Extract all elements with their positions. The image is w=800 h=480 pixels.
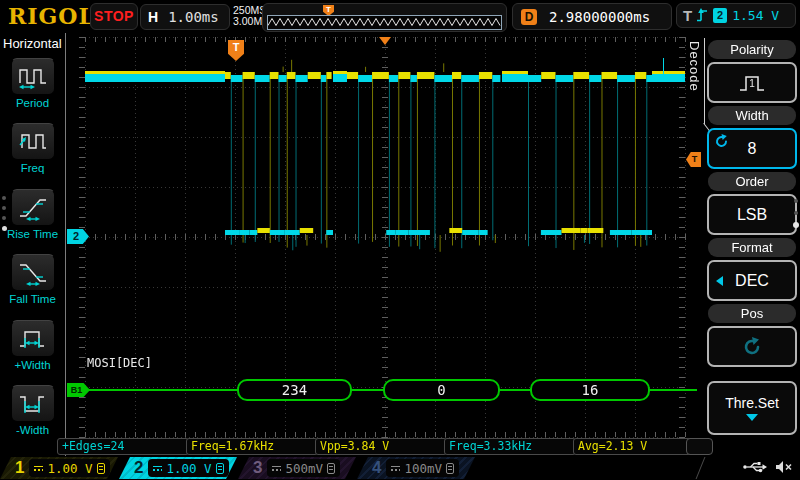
menu-item-fall-time[interactable]: Fall Time <box>0 254 65 305</box>
channel-number: 3 <box>253 458 262 478</box>
h-label: H <box>148 9 158 25</box>
trigger-level-value: 1.54 V <box>732 8 779 23</box>
waveform-display <box>0 0 800 480</box>
flag-t-label: T <box>326 5 331 14</box>
delay-value: 2.98000000ms <box>549 9 650 25</box>
channel4-indicator[interactable]: 4 100mV <box>357 457 475 479</box>
menu-item-plus-width[interactable]: +Width <box>0 320 65 371</box>
menu-item-freq[interactable]: Freq <box>0 123 65 174</box>
down-triangle-icon <box>746 414 758 421</box>
channel-status-bar: 1 1.00 V 2 1.00 V 3 500mV 4 <box>0 456 800 480</box>
trigger-source-badge: 2 <box>713 8 727 23</box>
positive-pulse-icon: 1 <box>737 73 767 93</box>
format-value: DEC <box>735 272 769 290</box>
channel-scale-value: 1.00 V <box>166 461 211 476</box>
page-dot <box>794 199 798 203</box>
page-dot <box>794 211 798 215</box>
measurement-vpp[interactable]: Vpp=3.84 V <box>315 438 447 455</box>
page-dot <box>2 216 6 220</box>
page-dot-active <box>2 226 7 231</box>
trigger-info-box[interactable]: T 2 1.54 V <box>676 3 796 28</box>
fall-time-icon <box>18 260 48 286</box>
channel-scale-box: 1.00 V <box>29 459 109 477</box>
channel-scale-box: 1.00 V <box>148 459 228 477</box>
channel-number: 1 <box>15 458 24 478</box>
menu-item-label: Freq <box>21 162 45 174</box>
menu-item-threshold-set[interactable]: Thre.Set <box>707 378 797 435</box>
channel-scale-value: 1.00 V <box>47 461 92 476</box>
trigger-position-t-label: T <box>233 41 240 53</box>
top-bar: RIGOL STOP H 1.00ms 250MSa/s 3.00M pts T… <box>0 0 800 33</box>
bandwidth-limit-icon <box>446 463 454 474</box>
timebase-value: 1.00ms <box>168 9 219 25</box>
delay-label: D <box>521 9 537 25</box>
trigger-delay-box[interactable]: D 2.98000000ms <box>512 3 672 30</box>
preview-wave-icon <box>268 16 501 29</box>
page-dot-active <box>793 222 799 228</box>
preview-window-bracket <box>267 15 502 30</box>
horizontal-measure-menu: Horizontal Period Freq <box>0 33 66 456</box>
decode-value-bubble: 16 <box>530 379 650 401</box>
left-triangle-icon <box>716 276 723 286</box>
delay-reference-icon <box>379 37 391 45</box>
menu-corner-box <box>686 438 713 455</box>
menu-item-label: +Width <box>14 359 50 371</box>
channel1-indicator[interactable]: 1 1.00 V <box>0 457 118 479</box>
bandwidth-limit-icon <box>327 463 335 474</box>
bandwidth-limit-icon <box>216 463 224 474</box>
dc-coupling-icon <box>153 466 162 471</box>
width-value: 8 <box>748 140 757 158</box>
channel2-indicator[interactable]: 2 1.00 V <box>119 457 237 479</box>
menu-item-period[interactable]: Period <box>0 58 65 109</box>
menu-item-label: Rise Time <box>7 228 58 240</box>
oscilloscope-screen: RIGOL STOP H 1.00ms 250MSa/s 3.00M pts T… <box>0 0 800 480</box>
menu-item-order[interactable]: Order LSB <box>707 172 797 235</box>
order-value: LSB <box>737 206 767 224</box>
measurement-freq-ch1[interactable]: Freq=1.67kHz <box>186 438 318 455</box>
menu-item-label: Period <box>16 97 49 109</box>
dc-coupling-icon <box>391 466 400 471</box>
page-dot <box>2 206 6 210</box>
channel-scale-value: 500mV <box>285 461 323 476</box>
menu-item-rise-time[interactable]: Rise Time <box>0 189 65 240</box>
channel-scale-box: 500mV <box>267 459 340 477</box>
menu-item-label: Thre.Set <box>725 395 779 411</box>
period-icon <box>18 64 48 90</box>
rise-time-icon <box>18 195 48 221</box>
decode-value-bubble: 0 <box>383 379 500 401</box>
run-state-badge: STOP <box>90 3 138 30</box>
menu-item-label: Order <box>708 172 796 191</box>
usb-icon <box>743 460 767 474</box>
freq-icon <box>18 129 48 155</box>
memory-waveform-preview[interactable]: T <box>262 3 507 32</box>
channel-bar-separator <box>696 457 706 479</box>
channel-number: 4 <box>372 458 381 478</box>
horizontal-timebase-box[interactable]: H 1.00ms <box>140 4 230 30</box>
dc-coupling-icon <box>272 466 281 471</box>
left-menu-title: Horizontal <box>0 33 65 51</box>
decode-tab-border <box>704 38 705 124</box>
channel3-indicator[interactable]: 3 500mV <box>238 457 356 479</box>
measurement-freq-ch2[interactable]: Freq=3.33kHz <box>444 438 576 455</box>
dc-coupling-icon <box>34 466 43 471</box>
decode-value-bubble: 234 <box>237 379 352 401</box>
decode-tab[interactable]: Decode <box>687 41 702 133</box>
plus-width-icon <box>18 326 48 352</box>
menu-item-format[interactable]: Format DEC <box>707 238 797 301</box>
menu-item-label: Width <box>708 106 796 125</box>
menu-item-pos[interactable]: Pos <box>707 304 797 367</box>
menu-item-polarity[interactable]: Polarity 1 <box>707 40 797 103</box>
menu-item-label: Format <box>708 238 796 257</box>
speaker-muted-icon <box>775 460 792 474</box>
rising-edge-icon <box>697 8 708 23</box>
menu-item-label: Polarity <box>708 40 796 59</box>
channel-scale-value: 100mV <box>404 461 442 476</box>
trigger-label: T <box>683 7 692 24</box>
knob-icon <box>714 134 729 149</box>
measurement-edges[interactable]: +Edges=24 <box>57 438 189 455</box>
menu-item-minus-width[interactable]: -Width <box>0 385 65 436</box>
svg-text:1: 1 <box>749 78 755 89</box>
channel-scale-box: 100mV <box>386 459 459 477</box>
menu-item-label: Pos <box>708 304 796 323</box>
menu-item-width[interactable]: Width 8 <box>707 106 797 169</box>
